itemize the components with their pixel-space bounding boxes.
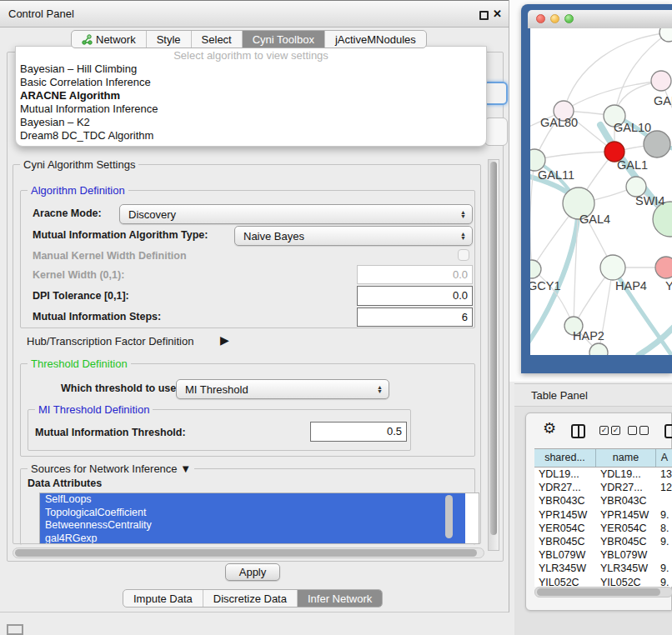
scrollbar-thumb[interactable] — [15, 549, 477, 557]
hub-definition-label: Hub/Transcription Factor Definition — [27, 335, 193, 348]
aracne-mode-select[interactable]: Discovery — [119, 204, 473, 224]
column-header-name[interactable]: name — [596, 449, 656, 467]
tab-discretize-data[interactable]: Discretize Data — [203, 590, 297, 607]
network-node[interactable] — [659, 28, 672, 42]
split-columns-icon[interactable] — [571, 424, 585, 438]
mi-algorithm-type-select[interactable]: Naive Bayes — [234, 226, 473, 246]
algorithm-definition-group: Algorithm Definition Aracne Mode: Discov… — [20, 190, 475, 328]
control-panel-title: Control Panel — [8, 1, 74, 28]
tab-label: Cyni Toolbox — [253, 33, 314, 46]
mi-threshold-field[interactable]: 0.5 — [310, 422, 407, 442]
network-node[interactable] — [655, 257, 672, 278]
deselect-all-columns-icon[interactable] — [628, 426, 649, 435]
network-graph: GALGAL80GAL10GAL1GAL11SWI4GAL4GCY1HAP4YH… — [530, 28, 672, 355]
dropdown-item-selected[interactable]: ARACNE Algorithm — [16, 89, 486, 102]
dropdown-item[interactable]: Bayesian – K2 — [16, 116, 486, 129]
float-window-icon[interactable] — [479, 11, 489, 20]
network-canvas[interactable]: GALGAL80GAL10GAL1GAL11SWI4GAL4GCY1HAP4YH… — [530, 28, 672, 355]
control-panel-titlebar: Control Panel ✕ — [0, 0, 509, 28]
dropdown-item[interactable]: Dream8 DC_TDC Algorithm — [16, 129, 486, 142]
scrollbar-thumb[interactable] — [537, 588, 660, 596]
network-node-label: GAL — [654, 94, 672, 108]
checked-box-icon — [611, 426, 620, 435]
new-column-icon[interactable] — [664, 424, 672, 438]
table-data-combobox-fragment[interactable] — [484, 118, 508, 146]
which-threshold-select[interactable]: MI Threshold — [176, 379, 389, 399]
unchecked-box-icon — [628, 426, 637, 435]
table-row[interactable]: YBR045CYBR045C9. — [534, 535, 672, 548]
table-row[interactable]: YDR27...YDR27...12 — [534, 481, 672, 494]
table-row[interactable]: YBL079WYBL079W — [534, 548, 672, 562]
table-cell: YDR27... — [534, 481, 596, 494]
data-attribute-item[interactable]: TopologicalCoefficient — [40, 507, 465, 520]
tab-jactivemnodules[interactable]: jActiveMNodules — [324, 31, 426, 48]
mi-threshold-label: Mutual Information Threshold: — [35, 427, 186, 438]
tab-cyni-toolbox[interactable]: Cyni Toolbox — [242, 31, 324, 48]
screen: Control Panel ✕ Network Style Select Cyn… — [0, 0, 672, 635]
table-row[interactable]: YLR345WYLR345W9. — [534, 562, 672, 575]
close-icon[interactable]: ✕ — [493, 8, 502, 21]
column-header-partial[interactable]: A — [656, 449, 672, 467]
data-attributes-list[interactable]: SelfLoopsTopologicalCoefficientBetweenne… — [39, 492, 479, 544]
select-all-columns-icon[interactable] — [599, 426, 620, 435]
collapse-arrow-icon[interactable]: ▼ — [180, 462, 191, 475]
mi-steps-field[interactable]: 6 — [357, 308, 473, 327]
aracne-mode-label: Aracne Mode: — [33, 208, 102, 219]
stepper-arrows-icon — [460, 232, 472, 240]
dropdown-item[interactable]: Basic Correlation Inference — [16, 76, 486, 89]
kernel-width-label: Kernel Width (0,1): — [33, 269, 124, 281]
tab-style[interactable]: Style — [146, 31, 191, 48]
settings-horizontal-scrollbar[interactable] — [13, 548, 484, 558]
table-row[interactable]: YIL052CYIL052C9. — [534, 576, 672, 588]
data-attribute-item[interactable]: gal4RGexp — [40, 532, 465, 545]
tab-label: Discretize Data — [213, 592, 287, 605]
network-node[interactable] — [600, 255, 625, 280]
dropdown-item[interactable]: Bayesian – Hill Climbing — [16, 62, 486, 76]
dpi-tolerance-field[interactable]: 0.0 — [357, 286, 473, 306]
minimize-traffic-light-icon[interactable] — [550, 14, 559, 23]
hub-expand-arrow[interactable]: ▶ — [220, 333, 229, 347]
scrollbar-thumb[interactable] — [490, 162, 497, 535]
kernel-width-field[interactable]: 0.0 — [357, 265, 473, 284]
apply-button[interactable]: Apply — [225, 563, 280, 581]
close-traffic-light-icon[interactable] — [536, 14, 545, 23]
table-cell: YDR27... — [596, 481, 656, 494]
minimized-panel-icon[interactable] — [7, 624, 23, 635]
settings-vertical-scrollbar[interactable] — [488, 159, 499, 551]
network-node[interactable] — [644, 131, 670, 158]
tab-network[interactable]: Network — [72, 31, 146, 48]
network-window-titlebar[interactable] — [528, 10, 672, 28]
manual-kernel-checkbox[interactable] — [458, 249, 469, 261]
dpi-tolerance-label: DPI Tolerance [0,1]: — [33, 290, 129, 302]
table-cell: YIL052C — [534, 576, 596, 588]
tab-label: Style — [157, 33, 181, 46]
table-cell: YBR045C — [534, 535, 596, 548]
group-title: Cyni Algorithm Settings — [20, 158, 138, 171]
data-attribute-item[interactable]: BetweennessCentrality — [40, 519, 465, 532]
tab-impute-data[interactable]: Impute Data — [123, 590, 203, 607]
tab-select[interactable]: Select — [191, 31, 242, 48]
column-header-shared-name[interactable]: shared... — [534, 449, 596, 467]
network-edge — [534, 152, 614, 160]
table-row[interactable]: YDL19...YDL19...13 — [534, 468, 672, 481]
tab-label: Network — [96, 33, 136, 46]
table-row[interactable]: YBR043CYBR043C — [534, 494, 672, 508]
tab-infer-network[interactable]: Infer Network — [297, 590, 382, 607]
table-cell: 9. — [656, 576, 672, 588]
list-scrollbar-thumb[interactable] — [445, 495, 453, 538]
zoom-traffic-light-icon[interactable] — [564, 14, 574, 23]
table-row[interactable]: YER054CYER054C8. — [534, 522, 672, 535]
network-node[interactable] — [651, 71, 671, 91]
table-horizontal-scrollbar[interactable] — [534, 587, 672, 598]
dropdown-prompt: Select algorithm to view settings — [16, 47, 486, 62]
data-attribute-item[interactable]: SelfLoops — [40, 493, 465, 507]
aracne-mode-value: Discovery — [128, 208, 176, 221]
table-body: YDL19...YDL19...13YDR27...YDR27...12YBR0… — [534, 468, 672, 587]
table-cell: 13 — [656, 468, 672, 481]
dropdown-item[interactable]: Mutual Information Inference — [16, 102, 486, 116]
table-cell: 12 — [656, 481, 672, 494]
table-row[interactable]: YPR145WYPR145W9. — [534, 508, 672, 522]
table-cell — [656, 548, 672, 562]
network-node-label: GCY1 — [530, 279, 561, 292]
gear-icon[interactable]: ⚙ — [543, 419, 556, 438]
